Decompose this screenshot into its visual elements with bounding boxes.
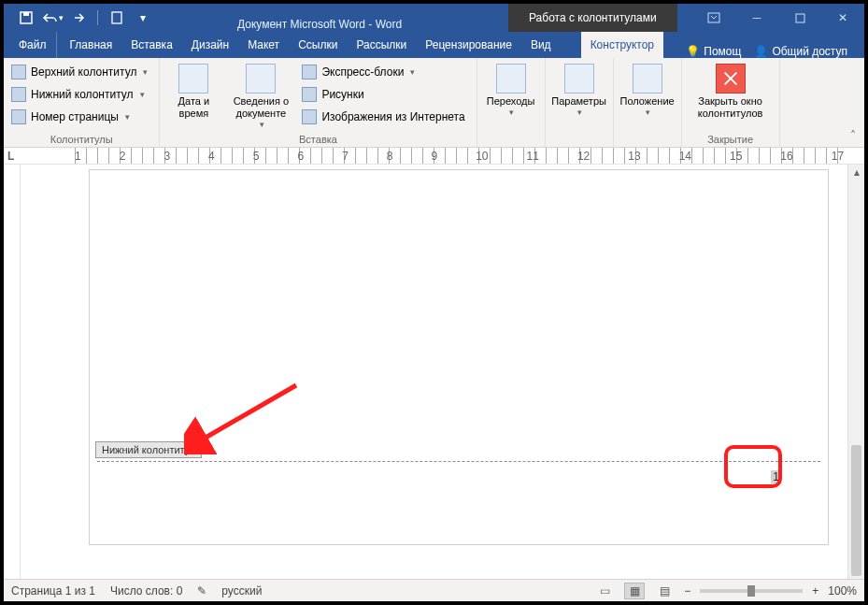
new-doc-icon[interactable] — [106, 7, 128, 28]
group-navigation: Переходы▾ — [477, 58, 546, 148]
svg-rect-3 — [708, 13, 719, 22]
minimize-icon[interactable]: ─ — [735, 4, 778, 32]
footer-tag[interactable]: Нижний колонтитул — [95, 441, 202, 458]
save-icon[interactable] — [15, 7, 37, 28]
tab-home[interactable]: Главная — [61, 32, 122, 58]
collapse-ribbon-icon[interactable]: ˄ — [846, 128, 861, 143]
tab-header-footer-design[interactable]: Конструктор — [581, 32, 663, 58]
document-info-button[interactable]: Сведения о документе▾ — [227, 62, 294, 129]
quick-parts-icon — [302, 65, 317, 79]
status-page[interactable]: Страница 1 из 1 — [11, 584, 95, 598]
group-insert-middle: Дата и время Сведения о документе▾ Экспр… — [160, 58, 477, 148]
status-language[interactable]: русский — [221, 584, 262, 598]
view-web-layout-icon[interactable]: ▤ — [654, 583, 675, 599]
group-label: Закрытие — [688, 132, 774, 148]
ribbon-display-options-icon[interactable] — [692, 4, 735, 32]
quick-parts-button[interactable]: Экспресс-блоки▾ — [300, 62, 470, 82]
header-button[interactable]: Верхний колонтитул▾ — [9, 62, 153, 82]
group-headers-footers: Верхний колонтитул▾ Нижний колонтитул▾ Н… — [4, 58, 160, 148]
ruler-numbers: 1234567891011121314151617 — [75, 150, 844, 163]
share-button[interactable]: 👤Общий доступ — [754, 45, 847, 58]
tab-view[interactable]: Вид — [521, 32, 561, 58]
ruler-corner: L — [7, 150, 14, 163]
close-header-footer-button[interactable]: Закрыть окно колонтитулов — [688, 62, 774, 120]
footer-boundary — [97, 461, 820, 462]
scroll-up-icon[interactable]: ▴ — [848, 165, 864, 180]
zoom-out-button[interactable]: − — [684, 584, 690, 598]
spellcheck-icon[interactable]: ✎ — [197, 584, 206, 598]
footer-icon — [11, 87, 26, 102]
group-label: Вставка — [165, 132, 470, 148]
zoom-in-button[interactable]: + — [812, 584, 818, 598]
view-print-layout-icon[interactable]: ▦ — [624, 583, 645, 599]
tab-references[interactable]: Ссылки — [289, 32, 347, 58]
status-word-count[interactable]: Число слов: 0 — [110, 584, 182, 598]
online-pictures-button[interactable]: Изображения из Интернета — [300, 107, 470, 127]
tab-design[interactable]: Дизайн — [182, 32, 238, 58]
vertical-scrollbar[interactable]: ▴ — [847, 165, 864, 579]
undo-icon[interactable]: ▾ — [41, 7, 64, 28]
tab-mailings[interactable]: Рассылки — [347, 32, 416, 58]
group-close: Закрыть окно колонтитулов Закрытие — [682, 58, 780, 148]
navigation-icon — [496, 64, 526, 94]
redo-icon[interactable] — [67, 7, 90, 28]
horizontal-ruler[interactable]: L 1234567891011121314151617 — [4, 148, 864, 165]
share-icon: 👤 — [754, 45, 768, 58]
calendar-icon — [178, 64, 208, 94]
date-time-button[interactable]: Дата и время — [165, 62, 221, 120]
close-icon[interactable]: ✕ — [821, 4, 864, 32]
pictures-button[interactable]: Рисунки — [300, 84, 470, 105]
options-button[interactable]: Параметры▾ — [551, 62, 607, 117]
tab-insert[interactable]: Вставка — [121, 32, 182, 58]
page-number-button[interactable]: Номер страницы▾ — [9, 107, 153, 127]
context-tab-group: Работа с колонтитулами — [508, 4, 677, 32]
zoom-level[interactable]: 100% — [828, 584, 857, 598]
tab-review[interactable]: Рецензирование — [416, 32, 521, 58]
scroll-thumb[interactable] — [851, 445, 861, 576]
navigation-button[interactable]: Переходы▾ — [483, 62, 539, 117]
vertical-ruler[interactable] — [4, 165, 21, 579]
position-button[interactable]: Положение▾ — [619, 62, 676, 117]
page-number-icon — [11, 109, 26, 124]
online-pictures-icon — [302, 109, 317, 124]
footer-button[interactable]: Нижний колонтитул▾ — [9, 84, 153, 105]
quick-access-toolbar: ▾ ▾ — [4, 7, 154, 28]
status-bar: Страница 1 из 1 Число слов: 0 ✎ русский … — [4, 579, 864, 601]
document-canvas[interactable]: Нижний колонтитул 1 — [21, 165, 847, 579]
position-icon — [633, 64, 662, 94]
doc-info-icon — [246, 64, 276, 94]
group-options: Параметры▾ — [546, 58, 614, 148]
svg-rect-1 — [23, 12, 29, 16]
window-title: Документ Microsoft Word - Word — [237, 18, 402, 31]
tab-layout[interactable]: Макет — [238, 32, 289, 58]
qat-customize-icon[interactable]: ▾ — [132, 7, 154, 28]
zoom-slider[interactable] — [700, 589, 803, 593]
svg-rect-2 — [112, 12, 121, 23]
options-icon — [564, 64, 594, 94]
maximize-icon[interactable] — [778, 4, 821, 32]
page-number-field[interactable]: 1 — [771, 470, 781, 483]
header-icon — [11, 65, 26, 79]
svg-rect-4 — [796, 14, 804, 22]
ribbon: Верхний колонтитул▾ Нижний колонтитул▾ Н… — [4, 58, 864, 148]
lightbulb-icon: 💡 — [686, 45, 700, 58]
close-hf-icon — [716, 64, 746, 94]
group-label: Колонтитулы — [9, 132, 153, 148]
tell-me[interactable]: 💡Помощ — [686, 45, 741, 58]
page: Нижний колонтитул 1 — [90, 170, 828, 544]
ribbon-tabs: Файл Главная Вставка Дизайн Макет Ссылки… — [4, 32, 864, 58]
tab-file[interactable]: Файл — [9, 32, 57, 58]
group-position: Положение▾ — [614, 58, 682, 148]
title-bar: ▾ ▾ Документ Microsoft Word - Word Работ… — [4, 4, 864, 32]
pictures-icon — [302, 87, 317, 102]
view-read-mode-icon[interactable]: ▭ — [594, 583, 615, 599]
